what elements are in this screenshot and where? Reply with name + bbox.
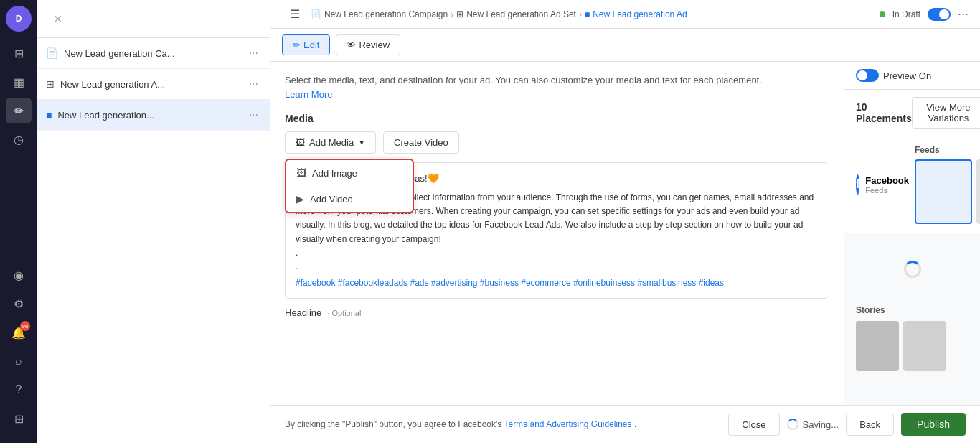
post-tags: #facebook #facebookleadads #ads #adverti… <box>296 278 819 288</box>
sidebar-icon-home[interactable]: ⊞ <box>6 40 32 66</box>
sidebar-icon-help[interactable]: ? <box>6 377 32 403</box>
person-icon: ◉ <box>14 269 24 282</box>
view-more-button[interactable]: View More Variations <box>912 97 980 129</box>
campaign-label: New Lead generation Ca... <box>64 48 246 59</box>
status-dot <box>880 11 885 17</box>
tree-close-button[interactable]: ✕ <box>44 6 70 32</box>
feed-thumb-2[interactable] <box>976 159 980 224</box>
headline-label: Headline <box>285 307 321 318</box>
edit-button[interactable]: ✏ Edit <box>282 34 330 55</box>
sidebar-icon-person[interactable]: ◉ <box>6 262 32 288</box>
sidebar-icon-grid[interactable]: ⊞ <box>6 406 32 432</box>
adset-dots-button[interactable]: ··· <box>246 76 261 92</box>
create-video-button[interactable]: Create Video <box>383 131 459 154</box>
tree-item-adset[interactable]: ⊞ New Lead generation A... ··· <box>37 69 270 100</box>
sidebar-toggle-button[interactable]: ☰ <box>282 1 308 27</box>
form-description: Select the media, text, and destination … <box>285 73 829 101</box>
adset-icon: ⊞ <box>46 78 55 90</box>
close-button[interactable]: Close <box>728 414 779 436</box>
settings-icon: ⚙ <box>14 297 24 311</box>
adset-breadcrumb-icon: ⊞ <box>456 9 463 19</box>
help-icon: ? <box>16 383 22 396</box>
avatar[interactable]: D <box>6 6 32 32</box>
ad-icon: ■ <box>46 109 52 121</box>
tree-item-ad[interactable]: ■ New Lead generation... ··· <box>37 100 270 131</box>
close-icon: ✕ <box>53 12 62 26</box>
media-section-title: Media <box>285 113 829 124</box>
footer-bar: By clicking the "Publish" button, you ag… <box>270 405 980 443</box>
preview-on-label: Preview On <box>883 70 931 81</box>
dropdown-arrow-icon: ▼ <box>358 139 365 146</box>
home-icon: ⊞ <box>14 47 24 60</box>
breadcrumb-adset[interactable]: ⊞ New Lead generation Ad Set <box>456 9 576 19</box>
sidebar-icon-chart[interactable]: ▦ <box>6 69 32 95</box>
tree-item-campaign[interactable]: 📄 New Lead generation Ca... ··· <box>37 38 270 69</box>
preview-toggle-thumb <box>857 70 867 80</box>
sidebar-icon-settings[interactable]: ⚙ <box>6 291 32 317</box>
sidebar-icon-clock[interactable]: ◷ <box>6 126 32 152</box>
video-dropdown-icon: ▶ <box>296 193 304 205</box>
sidebar-icon-edit[interactable]: ✏ <box>6 98 32 123</box>
preview-toggle: Preview On <box>856 69 931 82</box>
content-area: Select the media, text, and destination … <box>270 62 980 405</box>
feeds-label: Feeds <box>915 145 980 155</box>
terms-link[interactable]: Terms and Advertising Guidelines <box>504 419 631 429</box>
preview-panel: Preview On 10 Placements View More Varia… <box>844 62 980 405</box>
toggle-thumb <box>939 9 949 19</box>
footer-actions: Close Saving... Back Publish <box>728 413 966 436</box>
headline-row: Headline · Optional <box>285 307 829 318</box>
ad-dots-button[interactable]: ··· <box>246 107 261 123</box>
feed-thumb-selected[interactable] <box>915 159 972 224</box>
sidebar-icon-search[interactable]: ⌕ <box>6 348 32 374</box>
edit-icon: ✏ <box>14 104 24 118</box>
status-text: In Draft <box>892 9 920 19</box>
review-eye-icon: 👁 <box>347 39 356 50</box>
fb-platform-sub: Feeds <box>865 186 909 195</box>
image-icon: 🖼 <box>296 137 305 148</box>
add-media-button[interactable]: 🖼 Add Media ▼ <box>285 131 376 154</box>
form-panel: Select the media, text, and destination … <box>270 62 844 405</box>
publish-button[interactable]: Publish <box>901 413 966 436</box>
campaign-dots-button[interactable]: ··· <box>246 45 261 61</box>
review-button[interactable]: 👁 Review <box>336 34 400 55</box>
saving-indicator: Saving... <box>787 419 839 430</box>
story-thumb-2[interactable] <box>903 321 946 371</box>
chart-icon: ▦ <box>14 75 24 89</box>
more-options-button[interactable]: ··· <box>958 6 969 22</box>
adset-label: New Lead generation A... <box>60 79 246 90</box>
feeds-area: Feeds <box>915 145 980 224</box>
feed-thumbnails <box>915 159 980 224</box>
ad-label: New Lead generation... <box>57 110 245 121</box>
media-dropdown: 🖼 Add Image ▶ Add Video <box>285 159 414 213</box>
ad-breadcrumb-icon: ■ <box>585 9 590 19</box>
back-button[interactable]: Back <box>846 414 894 436</box>
main-content: ☰ 📄 New Lead generation Campaign › ⊞ New… <box>270 0 980 443</box>
sidebar: D ⊞ ▦ ✏ ◷ ◉ ⚙ 🔔 96 ⌕ <box>0 0 37 443</box>
campaign-breadcrumb-icon: 📄 <box>311 9 321 19</box>
search-icon: ⌕ <box>15 355 22 368</box>
preview-toggle-switch[interactable] <box>856 69 879 82</box>
sidebar-icon-bell[interactable]: 🔔 96 <box>6 320 32 345</box>
grid-icon: ⊞ <box>14 412 24 426</box>
breadcrumb-campaign[interactable]: 📄 New Lead generation Campaign <box>311 9 448 19</box>
learn-more-link[interactable]: Learn More <box>285 89 332 100</box>
story-thumb-1[interactable] <box>856 321 899 371</box>
facebook-logo: f <box>856 174 859 195</box>
breadcrumb-sep-2: › <box>579 9 582 19</box>
fb-platform-name: Facebook <box>865 175 909 186</box>
add-video-item[interactable]: ▶ Add Video <box>286 186 413 212</box>
breadcrumb-ad[interactable]: ■ New Lead generation Ad <box>585 9 687 19</box>
draft-toggle[interactable] <box>928 8 951 21</box>
tree-panel: ✕ 📄 New Lead generation Ca... ··· ⊞ New … <box>37 0 270 443</box>
clock-icon: ◷ <box>14 133 24 146</box>
placements-count: 10 Placements <box>856 101 912 124</box>
stories-section: Stories <box>844 305 980 380</box>
loading-spinner <box>904 261 921 278</box>
media-buttons: 🖼 Add Media ▼ Create Video 🖼 Add Image <box>285 131 829 154</box>
campaign-icon: 📄 <box>46 47 58 59</box>
saving-spinner <box>787 419 798 430</box>
footer-terms-text: By clicking the "Publish" button, you ag… <box>285 419 722 429</box>
stories-label: Stories <box>856 305 969 315</box>
add-image-item[interactable]: 🖼 Add Image <box>286 160 413 186</box>
notification-badge: 96 <box>20 321 30 331</box>
